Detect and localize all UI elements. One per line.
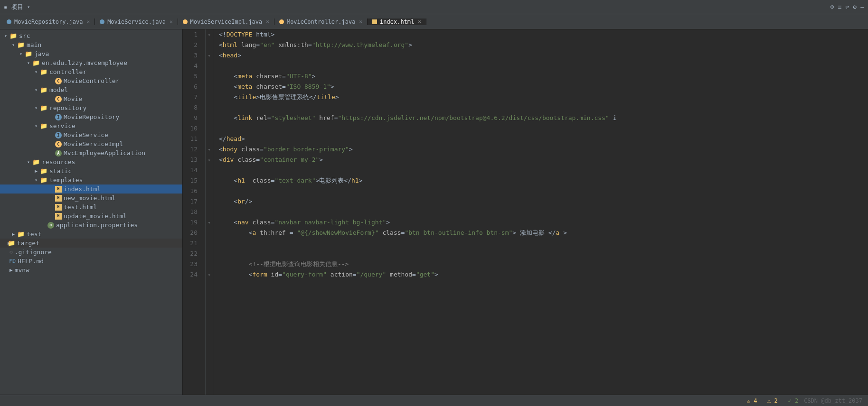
code-line-6[interactable]: <meta charset="ISO-8859-1"> — [219, 82, 868, 92]
sidebar-item-mvnw[interactable]: ▾ ▶ mvnw — [0, 266, 182, 275]
tab-close-MovieService[interactable]: ✕ — [170, 18, 173, 25]
sidebar-item-MvcEmployeeApplication[interactable]: ▾ A MvcEmployeeApplication — [0, 148, 182, 157]
code-line-15[interactable]: <h1 class="text-dark">电影列表</h1> — [219, 175, 868, 186]
folder-icon-repository: 📁 — [40, 104, 47, 111]
tab-close-MovieController[interactable]: ✕ — [359, 18, 362, 25]
code-line-9[interactable]: <link rel="stylesheet" href="https://cdn… — [219, 113, 868, 123]
ok-icon: ✓ — [788, 397, 791, 404]
code-line-18[interactable] — [219, 207, 868, 217]
sidebar-item-Movie[interactable]: ▾ C Movie — [0, 94, 182, 103]
code-line-24[interactable]: <form id="query-form" action="/query" me… — [219, 269, 868, 280]
expand-arrow-target[interactable]: ▶ — [0, 240, 8, 246]
sidebar-label-service: service — [49, 122, 75, 129]
fold-arrow-1[interactable]: ▾ — [206, 29, 213, 40]
sidebar-item-new-movie-html[interactable]: ▾ H new_movie.html — [0, 194, 182, 203]
code-line-22[interactable] — [219, 249, 868, 259]
dropdown-arrow[interactable]: ▾ — [27, 4, 30, 9]
code-line-20[interactable]: <a th:href = "@{/showNewMovieForm}" clas… — [219, 228, 868, 238]
code-line-23[interactable]: <!--根据电影查询电影相关信息--> — [219, 259, 868, 269]
toolbar-btn-5[interactable]: — — [860, 3, 864, 10]
code-line-1[interactable]: <!DOCTYPE html> — [219, 29, 868, 40]
sidebar-item-main[interactable]: ▾ 📁 main — [0, 40, 182, 49]
toolbar-btn-2[interactable]: ≡ — [838, 3, 842, 10]
tab-MovieServiceImpl[interactable]: MovieServiceImpl.java ✕ — [178, 18, 274, 25]
sidebar-item-gitignore[interactable]: ▾ ⚙ .gitignore — [0, 248, 182, 257]
sidebar-item-repository[interactable]: ▾ 📁 repository — [0, 103, 182, 112]
line-num-5: 5 — [183, 71, 201, 82]
code-line-4[interactable] — [219, 61, 868, 71]
expand-arrow-service[interactable]: ▾ — [32, 123, 40, 129]
sidebar-item-MovieService[interactable]: ▾ I MovieService — [0, 130, 182, 139]
fold-arrow-12[interactable]: ▾ — [206, 144, 213, 155]
fold-arrow-13[interactable]: ▾ — [206, 155, 213, 165]
sidebar-item-resources[interactable]: ▾ 📁 resources — [0, 157, 182, 166]
sidebar-item-MovieServiceImpl[interactable]: ▾ C MovieServiceImpl — [0, 139, 182, 148]
html-icon-update: H — [55, 213, 62, 220]
sidebar-item-templates[interactable]: ▾ 📁 templates — [0, 175, 182, 185]
expand-arrow-templates[interactable]: ▾ — [32, 177, 40, 183]
sidebar-item-index-html[interactable]: ▾ H index.html — [0, 185, 182, 194]
code-line-3[interactable]: <head> — [219, 50, 868, 61]
folder-icon-static: 📁 — [40, 167, 47, 175]
sidebar-item-service[interactable]: ▾ 📁 service — [0, 121, 182, 130]
sidebar-item-MovieRepository[interactable]: ▾ I MovieRepository — [0, 112, 182, 121]
expand-arrow-package[interactable]: ▾ — [25, 60, 32, 65]
editor-content[interactable]: 1 2 3 4 5 6 7 8 9 10 11 12 13 14 15 16 1 — [183, 29, 868, 395]
code-line-14[interactable] — [219, 165, 868, 175]
tab-label-MovieService: MovieService.java — [107, 18, 166, 25]
sidebar-label-model: model — [49, 86, 68, 93]
line-num-7: 7 — [183, 92, 201, 102]
expand-arrow-repository[interactable]: ▾ — [32, 105, 40, 111]
sidebar-item-test-html[interactable]: ▾ H test.html — [0, 203, 182, 212]
sidebar-item-help-md[interactable]: ▾ MD HELP.md — [0, 257, 182, 266]
tab-close-index-html[interactable]: ✕ — [418, 18, 421, 25]
code-line-12[interactable]: <body class="border border-primary"> — [219, 144, 868, 155]
expand-arrow-controller[interactable]: ▾ — [32, 69, 40, 74]
line-num-24: 24 — [183, 269, 201, 280]
tab-MovieService[interactable]: MovieService.java ✕ — [95, 18, 178, 25]
fold-arrow-19[interactable]: ▾ — [206, 217, 213, 228]
toolbar-btn-4[interactable]: ⚙ — [853, 3, 857, 10]
fold-arrow-3[interactable]: ▾ — [206, 50, 213, 61]
sidebar-item-application-properties[interactable]: ▾ ⚙ application.properties — [0, 221, 182, 230]
sidebar-item-update-movie-html[interactable]: ▾ H update_movie.html — [0, 212, 182, 221]
sidebar-item-java[interactable]: ▾ 📁 java — [0, 49, 182, 58]
sidebar-item-src[interactable]: ▾ 📁 src — [0, 31, 182, 40]
code-line-7[interactable]: <title>电影售票管理系统</title> — [219, 92, 868, 102]
code-line-5[interactable]: <meta charset="UTF-8"> — [219, 71, 868, 82]
fold-arrow-24[interactable]: ▾ — [206, 269, 213, 280]
code-line-10[interactable] — [219, 123, 868, 134]
code-line-16[interactable] — [219, 186, 868, 196]
sidebar-item-controller[interactable]: ▾ 📁 controller — [0, 67, 182, 76]
code-line-8[interactable] — [219, 102, 868, 113]
sidebar-item-target[interactable]: ▶ 📁 target — [0, 239, 182, 248]
tab-MovieController[interactable]: MovieController.java ✕ — [274, 18, 368, 25]
line-num-20: 20 — [183, 228, 201, 238]
expand-arrow-resources[interactable]: ▾ — [25, 159, 32, 165]
expand-arrow-test[interactable]: ▶ — [9, 231, 17, 237]
expand-arrow-src[interactable]: ▾ — [2, 33, 9, 38]
project-label: 项目 — [11, 3, 23, 11]
sidebar-item-model[interactable]: ▾ 📁 model — [0, 85, 182, 94]
tab-close-MovieServiceImpl[interactable]: ✕ — [266, 18, 269, 25]
sidebar-item-package[interactable]: ▾ 📁 en.edu.lzzy.mvcemployee — [0, 58, 182, 67]
code-line-11[interactable]: </head> — [219, 134, 868, 144]
code-line-2[interactable]: <html lang="en" xmlns:th="http://www.thy… — [219, 40, 868, 50]
sidebar-item-test[interactable]: ▶ 📁 test — [0, 230, 182, 239]
sidebar-item-MovieController[interactable]: ▾ C MovieController — [0, 76, 182, 85]
tab-index.html[interactable]: index.html ✕ — [368, 18, 426, 25]
toolbar-btn-3[interactable]: ⇌ — [846, 3, 849, 10]
tab-close-MovieRepository[interactable]: ✕ — [87, 18, 90, 25]
code-line-21[interactable] — [219, 238, 868, 249]
sidebar-item-static[interactable]: ▶ 📁 static — [0, 166, 182, 175]
expand-arrow-main[interactable]: ▾ — [9, 42, 17, 47]
expand-arrow-java[interactable]: ▾ — [17, 51, 25, 56]
expand-arrow-static[interactable]: ▶ — [32, 168, 40, 174]
warning-icon-2: ⚠ — [767, 397, 771, 404]
code-line-17[interactable]: <br/> — [219, 196, 868, 207]
expand-arrow-model[interactable]: ▾ — [32, 87, 40, 92]
tab-MovieRepository[interactable]: MovieRepository.java ✕ — [2, 18, 95, 25]
code-line-19[interactable]: <nav class="navbar navbar-light bg-light… — [219, 217, 868, 228]
code-line-13[interactable]: <div class="container my-2"> — [219, 155, 868, 165]
toolbar-btn-1[interactable]: ⊕ — [830, 3, 834, 10]
